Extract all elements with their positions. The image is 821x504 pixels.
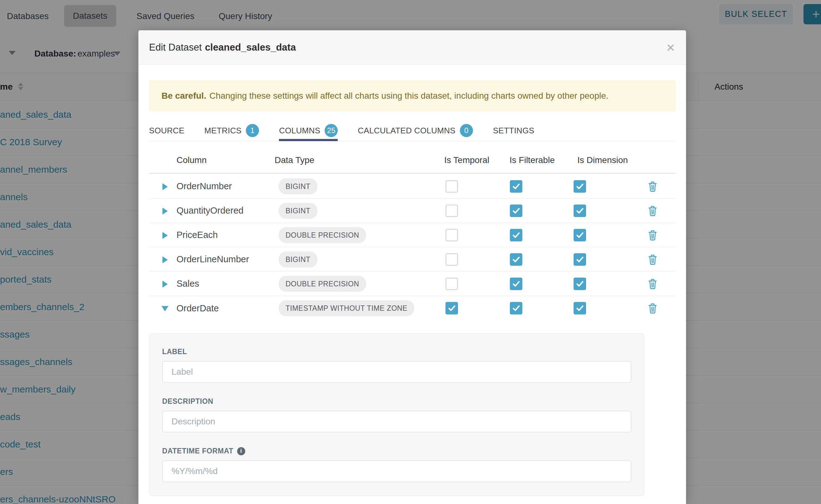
columns-table-header: Column Data Type Is Temporal Is Filterab… <box>149 147 675 174</box>
description-field-label: DESCRIPTION <box>162 397 631 406</box>
tab-count-badge: 25 <box>324 124 338 137</box>
expand-caret-icon[interactable] <box>162 232 168 239</box>
modal-title: Edit Dataset cleaned_sales_data <box>149 30 296 65</box>
tab-label: SETTINGS <box>493 126 534 136</box>
datetime-format-field-label: DATETIME FORMAT i <box>162 447 631 455</box>
data-type-pill: DOUBLE PRECISION <box>279 276 366 292</box>
column-name: OrderNumber <box>176 174 232 198</box>
column-detail-panel: LABEL DESCRIPTION DATETIME FORMAT i <box>149 334 644 496</box>
data-type-pill: BIGINT <box>279 251 317 267</box>
tab-count-badge: 1 <box>246 124 259 137</box>
is-temporal-checkbox[interactable] <box>446 302 458 314</box>
column-row-quantityordered: QuantityOrderedBIGINT <box>149 199 675 223</box>
active-tab-indicator <box>279 139 338 141</box>
column-name: QuantityOrdered <box>176 199 243 223</box>
modal-tabs: SOURCEMETRICS1COLUMNS25CALCULATED COLUMN… <box>149 120 675 141</box>
is-temporal-header: Is Temporal <box>444 147 489 173</box>
delete-column-icon[interactable] <box>648 230 657 240</box>
expand-caret-icon[interactable] <box>162 183 168 190</box>
modal-title-prefix: Edit Dataset <box>149 42 202 53</box>
tab-settings[interactable]: SETTINGS <box>493 120 534 141</box>
delete-column-icon[interactable] <box>648 205 657 216</box>
column-name: Sales <box>176 272 199 296</box>
is-dimension-checkbox[interactable] <box>574 302 586 314</box>
column-row-priceeach: PriceEachDOUBLE PRECISION <box>149 223 675 247</box>
column-name: OrderDate <box>176 296 219 320</box>
expand-caret-icon[interactable] <box>162 281 168 288</box>
is-temporal-checkbox[interactable] <box>446 278 458 290</box>
tab-source[interactable]: SOURCE <box>149 120 184 141</box>
is-temporal-checkbox[interactable] <box>446 229 458 241</box>
is-filterable-checkbox[interactable] <box>510 180 522 193</box>
is-filterable-checkbox[interactable] <box>510 205 522 217</box>
is-filterable-checkbox[interactable] <box>510 302 522 314</box>
delete-column-icon[interactable] <box>648 181 657 192</box>
warning-banner: Be careful. Changing these settings will… <box>149 80 676 111</box>
is-temporal-checkbox[interactable] <box>446 180 458 193</box>
info-icon[interactable]: i <box>237 447 245 455</box>
is-filterable-checkbox[interactable] <box>510 278 522 290</box>
column-row-ordernumber: OrderNumberBIGINT <box>149 174 675 199</box>
modal-title-dataset-name: cleaned_sales_data <box>205 42 296 53</box>
tab-label: COLUMNS <box>279 126 320 136</box>
is-filterable-checkbox[interactable] <box>510 253 522 266</box>
warning-banner-bold: Be careful. <box>161 91 206 101</box>
modal-header: Edit Dataset cleaned_sales_data × <box>138 30 686 65</box>
column-row-orderlinenumber: OrderLineNumberBIGINT <box>149 247 675 272</box>
data-type-pill: BIGINT <box>279 203 317 219</box>
description-input[interactable] <box>162 411 631 432</box>
column-header: Column <box>176 147 206 173</box>
warning-banner-text: Changing these settings will affect all … <box>209 91 608 101</box>
tab-columns[interactable]: COLUMNS25 <box>279 120 338 141</box>
close-icon[interactable]: × <box>666 30 675 65</box>
delete-column-icon[interactable] <box>648 303 657 314</box>
delete-column-icon[interactable] <box>648 254 657 265</box>
tab-label: METRICS <box>204 126 241 136</box>
column-name: OrderLineNumber <box>176 247 249 271</box>
tab-label: SOURCE <box>149 126 184 136</box>
column-row-orderdate: OrderDateTIMESTAMP WITHOUT TIME ZONE <box>149 296 675 320</box>
tab-calculated-columns[interactable]: CALCULATED COLUMNS0 <box>358 120 473 141</box>
delete-column-icon[interactable] <box>648 279 657 289</box>
data-type-pill: TIMESTAMP WITHOUT TIME ZONE <box>279 300 414 316</box>
datetime-format-input[interactable] <box>162 460 631 482</box>
column-name: PriceEach <box>176 223 218 247</box>
is-dimension-checkbox[interactable] <box>574 229 586 241</box>
tab-label: CALCULATED COLUMNS <box>358 126 456 136</box>
is-temporal-checkbox[interactable] <box>446 253 458 266</box>
data-type-pill: BIGINT <box>279 178 317 194</box>
edit-dataset-modal: Edit Dataset cleaned_sales_data × Be car… <box>138 30 686 504</box>
column-row-sales: SalesDOUBLE PRECISION <box>149 272 675 296</box>
is-filterable-header: Is Filterable <box>510 147 555 173</box>
is-dimension-checkbox[interactable] <box>574 205 586 217</box>
is-dimension-checkbox[interactable] <box>574 180 586 193</box>
tab-count-badge: 0 <box>460 124 473 137</box>
data-type-pill: DOUBLE PRECISION <box>279 227 366 243</box>
expand-caret-icon[interactable] <box>162 256 168 263</box>
is-filterable-checkbox[interactable] <box>510 229 522 241</box>
is-dimension-checkbox[interactable] <box>574 253 586 266</box>
label-field-label: LABEL <box>162 348 631 356</box>
tab-metrics[interactable]: METRICS1 <box>204 120 259 141</box>
data-type-header: Data Type <box>274 147 314 173</box>
label-input[interactable] <box>162 361 631 383</box>
is-dimension-header: Is Dimension <box>577 147 628 173</box>
is-dimension-checkbox[interactable] <box>574 278 586 290</box>
expand-caret-icon[interactable] <box>162 208 168 215</box>
collapse-caret-icon[interactable] <box>161 306 168 311</box>
screen: Databases Datasets Saved Queries Query H… <box>0 0 821 504</box>
is-temporal-checkbox[interactable] <box>446 205 458 217</box>
columns-table-body: OrderNumberBIGINTQuantityOrderedBIGINTPr… <box>149 174 675 320</box>
